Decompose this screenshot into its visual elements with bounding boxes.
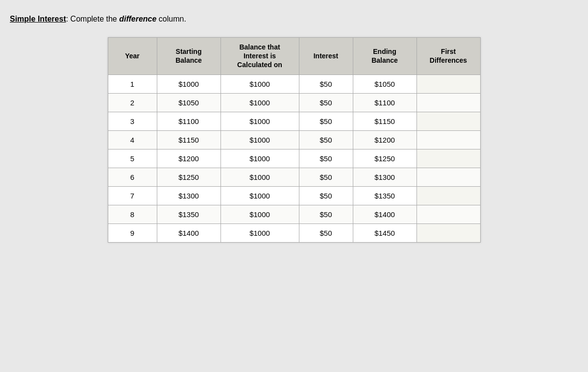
cell-balance-calc: $1000: [220, 168, 299, 186]
cell-diff[interactable]: [416, 149, 480, 168]
cell-year: 6: [108, 168, 157, 186]
table-row: 1$1000$1000$50$1050: [108, 74, 480, 93]
cell-interest: $50: [299, 168, 353, 186]
cell-ending: $1050: [353, 74, 416, 93]
cell-ending: $1150: [353, 112, 416, 130]
cell-year: 9: [108, 223, 157, 242]
cell-year: 8: [108, 205, 157, 223]
col-header-year: Year: [108, 38, 157, 75]
cell-diff[interactable]: [416, 130, 480, 149]
cell-ending: $1350: [353, 186, 416, 205]
cell-starting: $1150: [157, 130, 220, 149]
cell-balance-calc: $1000: [220, 205, 299, 223]
cell-interest: $50: [299, 112, 353, 130]
cell-ending: $1450: [353, 223, 416, 242]
cell-balance-calc: $1000: [220, 223, 299, 242]
table-row: 2$1050$1000$50$1100: [108, 93, 480, 112]
col-header-diff: First Differences: [416, 38, 480, 75]
cell-starting: $1050: [157, 93, 220, 112]
cell-starting: $1100: [157, 112, 220, 130]
cell-balance-calc: $1000: [220, 186, 299, 205]
cell-year: 1: [108, 74, 157, 93]
cell-starting: $1200: [157, 149, 220, 168]
cell-year: 4: [108, 130, 157, 149]
cell-balance-calc: $1000: [220, 149, 299, 168]
cell-diff[interactable]: [416, 223, 480, 242]
table-row: 3$1100$1000$50$1150: [108, 112, 480, 130]
cell-balance-calc: $1000: [220, 112, 299, 130]
cell-diff[interactable]: [416, 186, 480, 205]
cell-starting: $1000: [157, 74, 220, 93]
cell-year: 7: [108, 186, 157, 205]
cell-starting: $1250: [157, 168, 220, 186]
cell-year: 2: [108, 93, 157, 112]
table-wrapper: Year Starting Balance Balance that Inter…: [10, 37, 578, 243]
table-row: 8$1350$1000$50$1400: [108, 205, 480, 223]
cell-interest: $50: [299, 223, 353, 242]
cell-year: 5: [108, 149, 157, 168]
cell-interest: $50: [299, 74, 353, 93]
table-row: 9$1400$1000$50$1450: [108, 223, 480, 242]
cell-ending: $1100: [353, 93, 416, 112]
cell-ending: $1200: [353, 130, 416, 149]
table-row: 5$1200$1000$50$1250: [108, 149, 480, 168]
cell-starting: $1400: [157, 223, 220, 242]
cell-interest: $50: [299, 93, 353, 112]
simple-interest-table: Year Starting Balance Balance that Inter…: [108, 37, 481, 243]
col-header-ending: Ending Balance: [353, 38, 416, 75]
table-row: 6$1250$1000$50$1300: [108, 168, 480, 186]
table-row: 4$1150$1000$50$1200: [108, 130, 480, 149]
cell-balance-calc: $1000: [220, 93, 299, 112]
cell-interest: $50: [299, 205, 353, 223]
cell-interest: $50: [299, 186, 353, 205]
cell-interest: $50: [299, 130, 353, 149]
cell-ending: $1300: [353, 168, 416, 186]
col-header-starting: Starting Balance: [157, 38, 220, 75]
cell-ending: $1250: [353, 149, 416, 168]
col-header-interest: Interest: [299, 38, 353, 75]
table-row: 7$1300$1000$50$1350: [108, 186, 480, 205]
cell-ending: $1400: [353, 205, 416, 223]
page-title: Simple Interest: Complete the difference…: [10, 15, 578, 24]
cell-diff[interactable]: [416, 168, 480, 186]
col-header-balance-calc: Balance that Interest is Calculated on: [220, 38, 299, 75]
cell-year: 3: [108, 112, 157, 130]
cell-diff[interactable]: [416, 112, 480, 130]
cell-interest: $50: [299, 149, 353, 168]
cell-diff[interactable]: [416, 93, 480, 112]
cell-starting: $1350: [157, 205, 220, 223]
cell-balance-calc: $1000: [220, 74, 299, 93]
cell-balance-calc: $1000: [220, 130, 299, 149]
cell-starting: $1300: [157, 186, 220, 205]
cell-diff[interactable]: [416, 74, 480, 93]
cell-diff[interactable]: [416, 205, 480, 223]
